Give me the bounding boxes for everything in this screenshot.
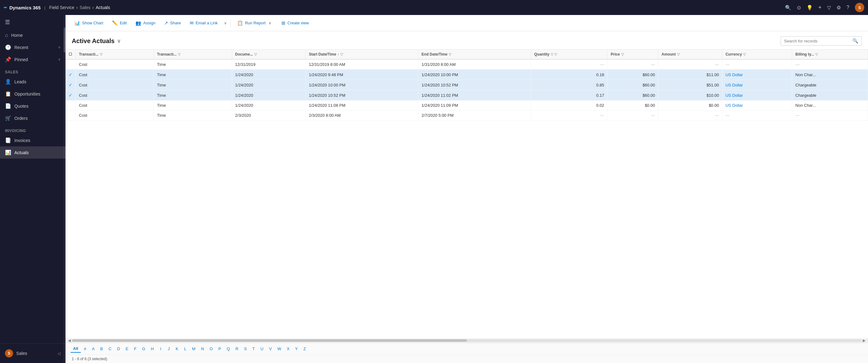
filter2-icon[interactable]: ▽ [554, 53, 557, 57]
row-check[interactable]: ✓ [65, 80, 76, 90]
scroll-thumb[interactable] [72, 339, 467, 342]
row-check[interactable] [65, 111, 76, 120]
sidebar-item-orders[interactable]: 🛒 Orders [0, 112, 65, 124]
lightbulb-icon[interactable]: 💡 [807, 5, 813, 10]
sidebar-item-leads[interactable]: 👤 Leads [0, 75, 65, 88]
check-all-header[interactable]: ☐ [65, 50, 76, 59]
run-report-dropdown-icon[interactable]: ∨ [268, 19, 273, 27]
alpha-btn-b[interactable]: B [98, 345, 105, 353]
alpha-btn-w[interactable]: W [275, 345, 284, 353]
filter-icon[interactable]: ▽ [340, 53, 343, 57]
alpha-btn-s[interactable]: S [242, 345, 249, 353]
share-button[interactable]: ↗ Share [160, 19, 185, 28]
row-check[interactable] [65, 59, 76, 70]
filter-icon[interactable]: ▽ [100, 53, 102, 57]
alpha-btn-m[interactable]: M [190, 345, 198, 353]
search-box[interactable]: 🔍 [781, 36, 862, 46]
filter-icon[interactable]: ▽ [254, 53, 257, 57]
table-row[interactable]: Cost Time 2/3/2020 2/3/2020 8:00 AM 2/7/… [65, 111, 868, 120]
edit-button[interactable]: ✏️ Edit [108, 19, 130, 28]
sort-asc-icon[interactable]: ↑ [338, 53, 339, 56]
table-row[interactable]: ✓ Cost Time 1/24/2020 1/24/2020 9:48 PM … [65, 70, 868, 80]
row-check[interactable] [65, 100, 76, 111]
alpha-btn-all[interactable]: All [70, 345, 81, 353]
more-dropdown-icon[interactable]: ∨ [223, 19, 228, 27]
sidebar-item-recent[interactable]: 🕐 Recent ∨ [0, 41, 65, 53]
alpha-btn-t[interactable]: T [250, 345, 257, 353]
show-chart-button[interactable]: 📊 Show Chart [70, 19, 107, 28]
alpha-btn-i[interactable]: I [157, 345, 164, 353]
recent-icon[interactable]: ⊙ [797, 5, 801, 10]
alpha-btn-q[interactable]: Q [224, 345, 232, 353]
alpha-btn-f[interactable]: F [131, 345, 139, 353]
filter-icon[interactable]: ▽ [743, 53, 746, 57]
alpha-btn-z[interactable]: Z [301, 345, 309, 353]
sidebar-item-label: Actuals [14, 150, 29, 155]
create-view-icon: ⊞ [281, 20, 285, 26]
alpha-btn-d[interactable]: D [115, 345, 122, 353]
alpha-btn-a[interactable]: A [90, 345, 97, 353]
scroll-left-icon[interactable]: ◀ [67, 338, 72, 343]
table-row[interactable]: Cost Time 1/24/2020 1/24/2020 11:08 PM 1… [65, 100, 868, 111]
help-icon[interactable]: ? [846, 5, 849, 10]
alpha-btn-o[interactable]: O [207, 345, 215, 353]
sidebar-item-actuals[interactable]: 📊 Actuals [0, 146, 65, 158]
alpha-btn-p[interactable]: P [216, 345, 224, 353]
filter-icon[interactable]: ▽ [621, 53, 624, 57]
add-icon[interactable]: + [818, 4, 822, 11]
home-icon: ⌂ [5, 32, 8, 38]
alpha-btn-x[interactable]: X [284, 345, 292, 353]
filter-icon[interactable]: ▽ [677, 53, 680, 57]
search-icon[interactable]: 🔍 [785, 5, 791, 10]
run-report-button[interactable]: 📋 Run Report ∨ [234, 17, 276, 29]
filter-icon[interactable]: ▽ [551, 53, 553, 57]
alpha-btn-n[interactable]: N [198, 345, 206, 353]
alpha-btn-g[interactable]: G [140, 345, 148, 353]
sidebar-item-quotes[interactable]: 📄 Quotes [0, 100, 65, 112]
alpha-btn-#[interactable]: # [82, 345, 89, 353]
filter-icon[interactable]: ▽ [178, 53, 180, 57]
alpha-btn-k[interactable]: K [173, 345, 181, 353]
filter-icon[interactable]: ▽ [449, 53, 451, 57]
create-view-button[interactable]: ⊞ Create view [278, 19, 313, 28]
alpha-btn-u[interactable]: U [258, 345, 266, 353]
view-title-chevron-icon[interactable]: ∨ [117, 38, 121, 44]
alpha-btn-l[interactable]: L [182, 345, 189, 353]
horizontal-scrollbar[interactable]: ◀ ▶ [65, 338, 868, 343]
alpha-btn-c[interactable]: C [106, 345, 114, 353]
alpha-btn-v[interactable]: V [267, 345, 274, 353]
sidebar-bottom-sales[interactable]: S Sales ◁ [0, 346, 65, 361]
alpha-btn-r[interactable]: R [233, 345, 241, 353]
row-check[interactable]: ✓ [65, 90, 76, 100]
scroll-right-icon[interactable]: ▶ [862, 338, 867, 343]
sidebar-collapse-icon[interactable]: ◁ [57, 351, 61, 356]
row-check[interactable]: ✓ [65, 70, 76, 80]
cell-billing-type: Non Char... [792, 100, 868, 111]
pin-icon: 📌 [5, 57, 11, 62]
cell-start-datetime: 1/24/2020 10:00 PM [306, 80, 418, 90]
assign-button[interactable]: 👥 Assign [132, 19, 159, 28]
sidebar-item-invoices[interactable]: 📑 Invoices [0, 134, 65, 146]
table-row[interactable]: Cost Time 12/31/2019 12/31/2019 8:00 AM … [65, 59, 868, 70]
filter-icon[interactable]: ▽ [827, 5, 831, 10]
sidebar-item-home[interactable]: ⌂ Home [0, 29, 65, 41]
filter-icon[interactable]: ▽ [815, 53, 818, 57]
table-row[interactable]: ✓ Cost Time 1/24/2020 1/24/2020 10:00 PM… [65, 80, 868, 90]
view-title: Active Actuals ∨ [72, 37, 121, 44]
settings-icon[interactable]: ⚙ [836, 5, 841, 10]
alpha-btn-h[interactable]: H [149, 345, 156, 353]
table-row[interactable]: ✓ Cost Time 1/24/2020 1/24/2020 10:52 PM… [65, 90, 868, 100]
chevron-down-icon: ∨ [58, 45, 61, 49]
alpha-btn-e[interactable]: E [123, 345, 131, 353]
search-input[interactable] [784, 39, 850, 43]
alpha-btn-j[interactable]: J [165, 345, 173, 353]
email-link-button[interactable]: ✉ Email a Link [186, 19, 221, 28]
breadcrumb-sales[interactable]: Sales [80, 5, 91, 10]
cell-billing-type: --- [792, 59, 868, 70]
sidebar-toggle-button[interactable]: ☰ [0, 15, 65, 29]
sidebar-item-opportunities[interactable]: 📋 Opportunities [0, 88, 65, 100]
sidebar-item-pinned[interactable]: 📌 Pinned ∨ [0, 53, 65, 65]
alpha-btn-y[interactable]: Y [293, 345, 301, 353]
avatar[interactable]: S [855, 3, 864, 12]
app-brand[interactable]: Dynamics 365 [4, 5, 40, 10]
